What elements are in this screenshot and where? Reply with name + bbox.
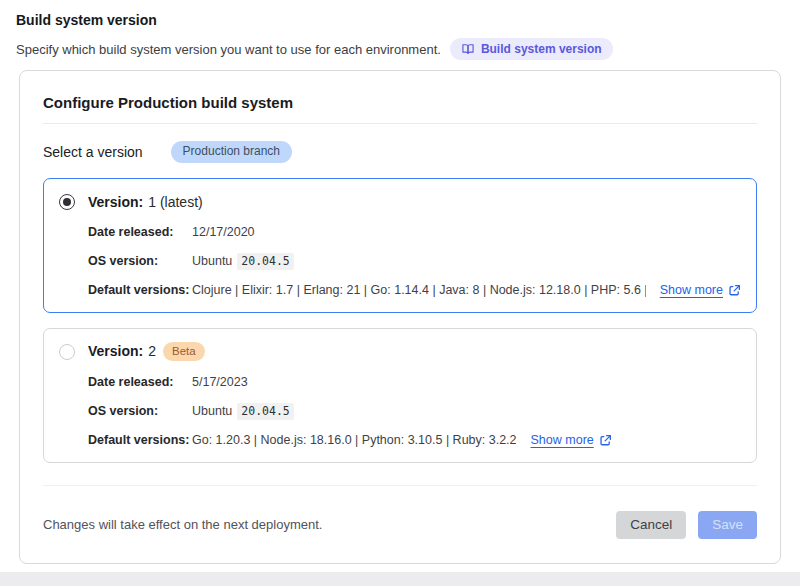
- version-value: 2: [148, 343, 156, 359]
- page-header: Build system version Specify which build…: [0, 0, 800, 60]
- os-version-row: OS version: Ubuntu 20.04.5: [59, 402, 741, 420]
- os-version-prefix: Ubuntu: [192, 254, 232, 268]
- show-more-link[interactable]: Show more: [660, 283, 741, 297]
- book-icon: [461, 42, 475, 56]
- os-version-row: OS version: Ubuntu 20.04.5: [59, 252, 741, 270]
- production-branch-badge: Production branch: [171, 141, 292, 162]
- version-1-radio[interactable]: [59, 194, 75, 210]
- date-released-row: Date released: 5/17/2023: [59, 373, 741, 391]
- card-title: Configure Production build system: [20, 71, 780, 123]
- version-2-header[interactable]: Version: 2 Beta: [59, 341, 741, 362]
- default-versions-row: Default versions: Clojure | Elixir: 1.7 …: [59, 281, 741, 299]
- page-bottom-strip: [0, 572, 800, 586]
- version-1-header[interactable]: Version: 1 (latest): [59, 191, 741, 212]
- date-released-row: Date released: 12/17/2020: [59, 223, 741, 241]
- show-more-label: Show more: [531, 433, 594, 447]
- version-1-option[interactable]: Version: 1 (latest) Date released: 12/17…: [43, 178, 757, 313]
- default-versions-value: Go: 1.20.3 | Node.js: 18.16.0 | Python: …: [192, 433, 517, 447]
- beta-badge: Beta: [163, 342, 205, 361]
- select-version-label: Select a version: [43, 144, 143, 160]
- version-value: 1 (latest): [148, 194, 202, 210]
- docs-badge[interactable]: Build system version: [450, 38, 613, 60]
- version-2-radio[interactable]: [59, 344, 75, 360]
- cancel-button[interactable]: Cancel: [616, 511, 686, 539]
- configure-build-system-card: Configure Production build system Select…: [19, 70, 781, 564]
- footer-note: Changes will take effect on the next dep…: [43, 517, 322, 532]
- show-more-link[interactable]: Show more: [531, 433, 612, 447]
- date-released-label: Date released:: [88, 375, 192, 389]
- save-button[interactable]: Save: [698, 511, 757, 539]
- default-versions-value: Clojure | Elixir: 1.7 | Erlang: 21 | Go:…: [192, 283, 646, 297]
- version-label: Version:: [88, 194, 143, 210]
- page-description: Specify which build system version you w…: [16, 42, 441, 57]
- date-released-label: Date released:: [88, 225, 192, 239]
- default-versions-label: Default versions:: [88, 433, 192, 447]
- external-link-icon: [599, 434, 612, 447]
- default-versions-label: Default versions:: [88, 283, 192, 297]
- date-released-value: 5/17/2023: [192, 375, 248, 389]
- page-title: Build system version: [16, 12, 784, 28]
- docs-badge-label: Build system version: [481, 42, 602, 56]
- os-version-label: OS version:: [88, 404, 192, 418]
- default-versions-row: Default versions: Go: 1.20.3 | Node.js: …: [59, 431, 741, 449]
- os-version-code: 20.04.5: [237, 253, 293, 270]
- os-version-label: OS version:: [88, 254, 192, 268]
- date-released-value: 12/17/2020: [192, 225, 255, 239]
- os-version-code: 20.04.5: [237, 403, 293, 420]
- os-version-prefix: Ubuntu: [192, 404, 232, 418]
- card-footer: Changes will take effect on the next dep…: [20, 486, 780, 563]
- show-more-label: Show more: [660, 283, 723, 297]
- version-2-option[interactable]: Version: 2 Beta Date released: 5/17/2023…: [43, 328, 757, 463]
- version-label: Version:: [88, 343, 143, 359]
- external-link-icon: [728, 284, 741, 297]
